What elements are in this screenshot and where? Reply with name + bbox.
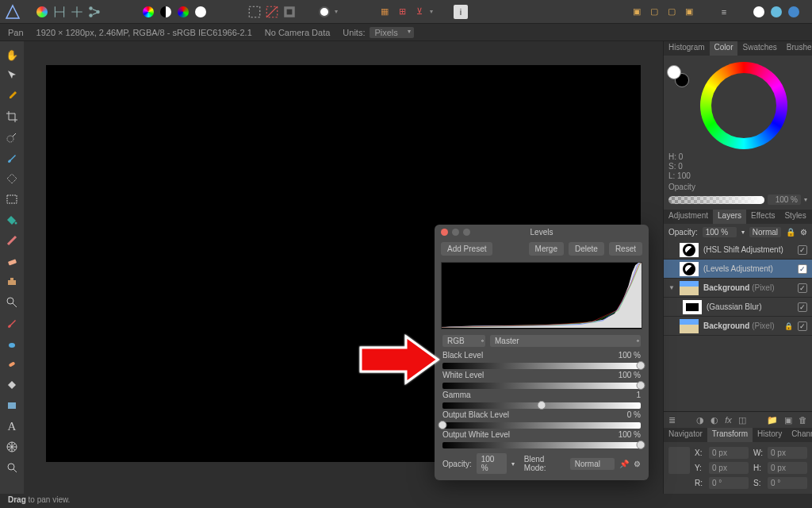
scope-select[interactable]: Master bbox=[490, 335, 641, 347]
assistant-icon[interactable]: i bbox=[454, 5, 468, 19]
export-persona-icon[interactable] bbox=[87, 5, 102, 19]
healing-tool[interactable] bbox=[3, 356, 21, 373]
search-tool[interactable] bbox=[3, 459, 21, 476]
grid-icon[interactable]: ▦ bbox=[377, 5, 392, 19]
selection-brush-tool[interactable] bbox=[3, 129, 21, 146]
visibility-check[interactable]: ✓ bbox=[798, 302, 807, 312]
crop-icon[interactable]: ◫ bbox=[738, 415, 746, 425]
layer-row[interactable]: (HSL Shift Adjustment) ✓ bbox=[664, 241, 812, 260]
merge-icon[interactable]: ▣ bbox=[784, 415, 792, 425]
zoom-icon[interactable] bbox=[463, 229, 470, 236]
slider-track[interactable] bbox=[442, 402, 641, 409]
contrast-icon[interactable] bbox=[159, 5, 173, 19]
white-icon[interactable] bbox=[193, 5, 208, 19]
snap-icon[interactable]: ⊞ bbox=[395, 5, 409, 19]
erase-tool[interactable] bbox=[3, 252, 21, 270]
photo-persona-icon[interactable] bbox=[35, 5, 49, 19]
mask-icon[interactable] bbox=[317, 5, 331, 19]
tab-transform[interactable]: Transform bbox=[707, 428, 753, 442]
invert-icon[interactable] bbox=[282, 5, 297, 19]
slider-track[interactable] bbox=[442, 383, 641, 389]
color-picker-tool[interactable] bbox=[3, 87, 21, 105]
crop-tool[interactable] bbox=[3, 108, 21, 125]
lock-icon[interactable]: 🔒 bbox=[784, 322, 793, 330]
layers-summary-icon[interactable]: ≣ bbox=[668, 415, 676, 425]
inpaint-tool[interactable] bbox=[3, 314, 21, 332]
slider-thumb[interactable] bbox=[439, 421, 447, 429]
primary-swatch[interactable] bbox=[667, 65, 681, 79]
visibility-check[interactable]: ✓ bbox=[798, 283, 807, 293]
close-icon[interactable] bbox=[441, 229, 448, 236]
opacity-slider[interactable] bbox=[668, 196, 764, 204]
tab-effects[interactable]: Effects bbox=[746, 210, 779, 224]
tab-color[interactable]: Color bbox=[710, 41, 738, 56]
folder-icon[interactable]: 📁 bbox=[767, 415, 778, 425]
liquify-persona-icon[interactable] bbox=[52, 5, 67, 19]
text-tool[interactable]: A bbox=[3, 418, 21, 435]
adjust-icon[interactable]: ◐ bbox=[710, 415, 718, 425]
gear-icon[interactable]: ⚙ bbox=[800, 228, 807, 237]
lock-icon[interactable]: 🔒 bbox=[786, 228, 795, 237]
add-preset-button[interactable]: Add Preset bbox=[441, 242, 492, 256]
pin-icon[interactable]: 📌 bbox=[619, 460, 629, 468]
gradient-tool[interactable] bbox=[3, 232, 21, 249]
slider-thumb[interactable] bbox=[637, 361, 645, 370]
levels-titlebar[interactable]: Levels bbox=[435, 225, 649, 239]
w-field[interactable] bbox=[768, 447, 807, 459]
slider-thumb[interactable] bbox=[637, 441, 645, 449]
tab-layers[interactable]: Layers bbox=[713, 210, 746, 224]
tab-channels[interactable]: Channels bbox=[787, 428, 812, 442]
menu-icon[interactable]: ≡ bbox=[717, 5, 731, 19]
layer-row[interactable]: (Gaussian Blur) ✓ bbox=[664, 298, 812, 317]
units-dropdown[interactable]: Units: Pixels bbox=[343, 27, 413, 38]
visibility-check[interactable]: ✓ bbox=[798, 321, 807, 331]
gear-icon[interactable]: ⚙ bbox=[634, 460, 641, 468]
visibility-check[interactable]: ✓ bbox=[798, 264, 807, 274]
tab-histogram[interactable]: Histogram bbox=[664, 41, 710, 56]
slider-thumb[interactable] bbox=[538, 401, 546, 410]
layer-row[interactable]: Background (Pixel) 🔒 ✓ bbox=[664, 317, 812, 336]
slider-track[interactable] bbox=[442, 422, 641, 429]
move-front-icon[interactable]: ▣ bbox=[630, 5, 644, 19]
dodge-tool[interactable] bbox=[3, 335, 21, 352]
move-forward-icon[interactable]: ▢ bbox=[647, 5, 661, 19]
tab-history[interactable]: History bbox=[753, 428, 787, 442]
h-field[interactable] bbox=[768, 462, 807, 474]
levels-panel[interactable]: Levels Add Preset Merge Delete Reset RGB… bbox=[435, 225, 649, 480]
paint-brush-tool[interactable] bbox=[3, 149, 21, 167]
rgb-icon[interactable] bbox=[176, 5, 190, 19]
layer-opacity-field[interactable]: 100 % bbox=[703, 227, 737, 237]
move-tool[interactable] bbox=[3, 67, 21, 84]
pen-tool[interactable] bbox=[3, 376, 21, 394]
mask-icon[interactable]: ◑ bbox=[696, 415, 704, 425]
opacity-value[interactable]: 100 % bbox=[768, 194, 801, 205]
trash-icon[interactable]: 🗑 bbox=[799, 415, 807, 425]
slider-track[interactable] bbox=[442, 363, 641, 369]
x-field[interactable] bbox=[709, 447, 749, 459]
marquee-tool[interactable] bbox=[3, 190, 21, 208]
layer-row[interactable]: ▼ Background (Pixel) ✓ bbox=[664, 279, 812, 298]
pan-tool[interactable]: ✋ bbox=[3, 46, 21, 64]
minimize-icon[interactable] bbox=[452, 229, 459, 236]
tab-adjustment[interactable]: Adjustment bbox=[664, 210, 713, 224]
layer-row[interactable]: (Levels Adjustment) ✓ bbox=[664, 260, 812, 279]
subtract-shape-icon[interactable] bbox=[769, 5, 783, 19]
marquee-icon[interactable] bbox=[247, 5, 262, 19]
layer-blend-field[interactable]: Normal bbox=[749, 227, 781, 237]
anchor-widget[interactable] bbox=[668, 447, 690, 474]
slider-track[interactable] bbox=[442, 442, 641, 448]
intersect-shape-icon[interactable] bbox=[787, 5, 801, 19]
move-back-icon[interactable]: ▢ bbox=[665, 5, 679, 19]
s-field[interactable] bbox=[768, 477, 807, 489]
fill-tool[interactable] bbox=[3, 211, 21, 229]
tab-styles[interactable]: Styles bbox=[779, 210, 810, 224]
fx-icon[interactable]: fx bbox=[725, 415, 732, 425]
window-controls[interactable] bbox=[441, 229, 470, 236]
flood-select-tool[interactable] bbox=[3, 170, 21, 187]
magnet-icon[interactable]: ⊻ bbox=[412, 5, 427, 19]
adjust-icon[interactable] bbox=[141, 5, 155, 19]
tab-brushes[interactable]: Brushes bbox=[782, 41, 812, 56]
develop-persona-icon[interactable] bbox=[70, 5, 84, 19]
reset-button[interactable]: Reset bbox=[609, 242, 642, 256]
move-rear-icon[interactable]: ▣ bbox=[682, 5, 696, 19]
